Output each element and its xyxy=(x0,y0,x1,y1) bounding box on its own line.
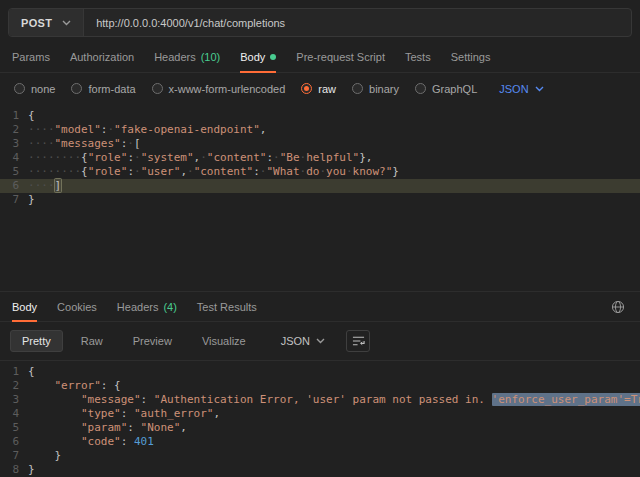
body-mode-label: binary xyxy=(369,83,399,95)
request-language-label: JSON xyxy=(499,83,528,95)
tab-tests[interactable]: Tests xyxy=(405,43,431,71)
request-language-dropdown[interactable]: JSON xyxy=(499,83,543,95)
line-number: 8 xyxy=(0,463,28,477)
code-line[interactable]: 1{ xyxy=(0,365,640,379)
chevron-down-icon xyxy=(316,338,325,344)
tab-label: Pre-request Script xyxy=(296,51,385,63)
code-text: ········{"role":·"user",·"content":·"Wha… xyxy=(28,165,640,179)
code-text: ········{"role":·"system",·"content":·"B… xyxy=(28,151,640,165)
view-tab-raw[interactable]: Raw xyxy=(69,330,115,352)
tab-headers[interactable]: Headers(10) xyxy=(154,43,220,71)
code-line[interactable]: 6 "code": 401 xyxy=(0,435,640,449)
tab-label: Headers xyxy=(154,51,196,63)
request-url-bar: POST http://0.0.0.0:4000/v1/chat/complet… xyxy=(8,8,632,37)
response-tab-headers[interactable]: Headers(4) xyxy=(117,292,177,321)
view-tab-pretty[interactable]: Pretty xyxy=(10,330,63,352)
body-mode-x-www-form-urlencoded[interactable]: x-www-form-urlencoded xyxy=(152,83,286,95)
code-text: ····"messages":·[ xyxy=(28,137,640,151)
line-number: 7 xyxy=(0,449,28,463)
tab-label: Authorization xyxy=(70,51,134,63)
tab-label: Body xyxy=(240,51,265,63)
response-tab-test-results[interactable]: Test Results xyxy=(197,292,257,321)
tab-label: Params xyxy=(12,51,50,63)
request-tabs: ParamsAuthorizationHeaders(10)BodyPre-re… xyxy=(0,43,640,72)
code-text: "param": "None", xyxy=(28,421,640,435)
code-line[interactable]: 5 "param": "None", xyxy=(0,421,640,435)
view-tab-visualize[interactable]: Visualize xyxy=(190,330,258,352)
method-label: POST xyxy=(21,17,52,29)
body-mode-label: raw xyxy=(318,83,336,95)
code-text: } xyxy=(28,193,640,207)
response-language-dropdown[interactable]: JSON xyxy=(272,331,334,351)
tab-count-badge: (4) xyxy=(163,301,176,313)
line-number: 5 xyxy=(0,165,28,179)
code-text: } xyxy=(28,449,640,463)
line-number: 1 xyxy=(0,109,28,123)
tab-label: Tests xyxy=(405,51,431,63)
radio-icon xyxy=(14,83,25,94)
body-mode-label: x-www-form-urlencoded xyxy=(169,83,286,95)
line-number: 5 xyxy=(0,421,28,435)
wrap-text-button[interactable] xyxy=(346,330,370,352)
request-body-editor[interactable]: 1{2····"model":·"fake-openai-endpoint",3… xyxy=(0,105,640,291)
code-line[interactable]: 3 "message": "Authentication Error, 'use… xyxy=(0,393,640,407)
response-view-row: PrettyRawPreviewVisualize JSON xyxy=(0,322,640,360)
tab-params[interactable]: Params xyxy=(12,43,50,71)
chevron-down-icon xyxy=(62,20,71,26)
response-language-label: JSON xyxy=(281,335,310,347)
code-line[interactable]: 4········{"role":·"system",·"content":·"… xyxy=(0,151,640,165)
response-tab-body[interactable]: Body xyxy=(12,292,37,321)
method-dropdown[interactable]: POST xyxy=(9,9,84,36)
body-mode-binary[interactable]: binary xyxy=(352,83,399,95)
tab-authorization[interactable]: Authorization xyxy=(70,43,134,71)
view-tab-preview[interactable]: Preview xyxy=(121,330,184,352)
code-text: "type": "auth_error", xyxy=(28,407,640,421)
code-line[interactable]: 2 "error": { xyxy=(0,379,640,393)
body-mode-radios: noneform-datax-www-form-urlencodedrawbin… xyxy=(14,83,477,95)
code-text: { xyxy=(28,365,640,379)
tab-label: Test Results xyxy=(197,301,257,313)
body-mode-row: noneform-datax-www-form-urlencodedrawbin… xyxy=(0,73,640,105)
globe-icon[interactable] xyxy=(608,297,628,317)
code-line[interactable]: 2····"model":·"fake-openai-endpoint", xyxy=(0,123,640,137)
postman-app: POST http://0.0.0.0:4000/v1/chat/complet… xyxy=(0,0,640,477)
tab-label: Headers xyxy=(117,301,159,313)
code-line[interactable]: 7 } xyxy=(0,449,640,463)
url-text: http://0.0.0.0:4000/v1/chat/completions xyxy=(96,17,285,29)
response-tab-cookies[interactable]: Cookies xyxy=(57,292,97,321)
body-mode-form-data[interactable]: form-data xyxy=(71,83,135,95)
line-number: 2 xyxy=(0,379,28,393)
chevron-down-icon xyxy=(535,86,544,92)
code-line[interactable]: 5········{"role":·"user",·"content":·"Wh… xyxy=(0,165,640,179)
code-text: "error": { xyxy=(28,379,640,393)
code-line[interactable]: 6····] xyxy=(0,179,640,193)
body-mode-graphql[interactable]: GraphQL xyxy=(415,83,477,95)
line-number: 3 xyxy=(0,393,28,407)
tab-body[interactable]: Body xyxy=(240,43,276,71)
tab-count-badge: (10) xyxy=(201,51,221,63)
green-dot-icon xyxy=(270,54,276,60)
radio-icon xyxy=(301,83,312,94)
code-line[interactable]: 1{ xyxy=(0,109,640,123)
response-tabs-row: BodyCookiesHeaders(4)Test Results xyxy=(0,292,640,322)
tab-settings[interactable]: Settings xyxy=(451,43,491,71)
body-mode-raw[interactable]: raw xyxy=(301,83,336,95)
code-line[interactable]: 3····"messages":·[ xyxy=(0,137,640,151)
code-text: ····"model":·"fake-openai-endpoint", xyxy=(28,123,640,137)
response-view-tabs: PrettyRawPreviewVisualize xyxy=(10,330,258,352)
line-number: 3 xyxy=(0,137,28,151)
wrap-text-icon xyxy=(352,335,365,347)
tab-label: Body xyxy=(12,301,37,313)
code-line[interactable]: 4 "type": "auth_error", xyxy=(0,407,640,421)
radio-icon xyxy=(352,83,363,94)
tab-pre-request-script[interactable]: Pre-request Script xyxy=(296,43,385,71)
line-number: 7 xyxy=(0,193,28,207)
code-line[interactable]: 8} xyxy=(0,463,640,477)
url-input[interactable]: http://0.0.0.0:4000/v1/chat/completions xyxy=(84,9,631,36)
body-mode-none[interactable]: none xyxy=(14,83,55,95)
radio-icon xyxy=(71,83,82,94)
body-mode-label: GraphQL xyxy=(432,83,477,95)
response-body-editor[interactable]: 1{2 "error": {3 "message": "Authenticati… xyxy=(0,360,640,477)
radio-icon xyxy=(415,83,426,94)
code-line[interactable]: 7} xyxy=(0,193,640,207)
